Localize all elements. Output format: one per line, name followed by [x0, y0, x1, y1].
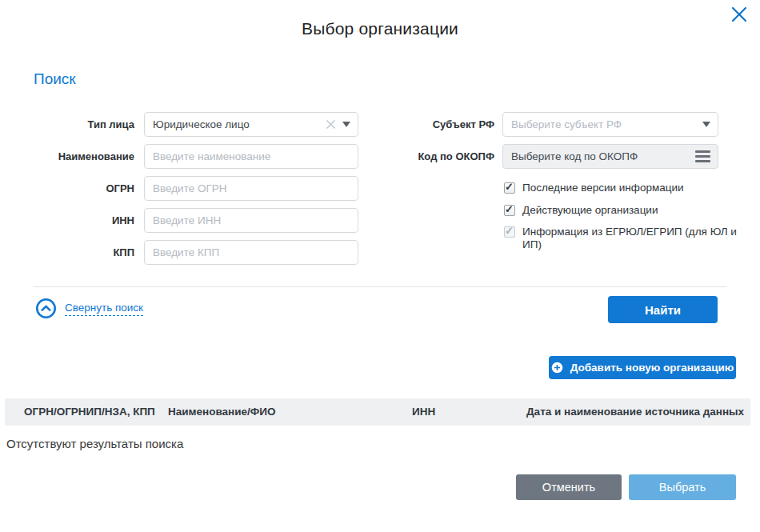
divider [34, 286, 726, 287]
clear-icon[interactable] [325, 118, 337, 130]
okopf-input[interactable] [503, 145, 695, 168]
kpp-label: КПП [6, 240, 134, 265]
add-organization-label: Добавить новую организацию [570, 362, 734, 374]
cancel-button[interactable]: Отменить [516, 474, 622, 500]
organization-select-dialog: Выбор организации Поиск Тип лица Наимено… [0, 0, 760, 532]
results-table-header: ОГРН/ОГРНИП/НЗА, КПП Наименование/ФИО ИН… [5, 398, 750, 426]
checkbox-icon[interactable]: ✓ [504, 205, 515, 216]
column-header-ogrn: ОГРН/ОГРНИП/НЗА, КПП [24, 398, 155, 426]
name-label: Наименование [6, 144, 134, 169]
okopf-select[interactable] [502, 144, 718, 169]
checkbox-latest-versions[interactable]: ✓ Последние версии информации [504, 182, 684, 194]
checkbox-label: Информация из ЕГРЮЛ/ЕГРИП (для ЮЛ и ИП) [522, 226, 750, 251]
ogrn-input[interactable] [144, 176, 358, 201]
select-button[interactable]: Выбрать [629, 474, 736, 500]
column-header-name: Наименование/ФИО [168, 398, 276, 426]
chevron-down-icon[interactable] [702, 122, 710, 127]
inn-input[interactable] [144, 208, 358, 233]
region-input[interactable] [503, 113, 697, 136]
chevron-up-circle-icon [35, 298, 57, 319]
person-type-select[interactable] [144, 112, 358, 137]
column-header-inn: ИНН [412, 398, 435, 426]
checkbox-active-organizations[interactable]: ✓ Действующие организации [504, 204, 658, 217]
add-organization-button[interactable]: Добавить новую организацию [549, 356, 736, 379]
okopf-label: Код по ОКОПФ [344, 144, 494, 169]
close-icon [729, 4, 750, 25]
plus-circle-icon [551, 362, 563, 374]
checkbox-icon: ✓ [504, 226, 515, 238]
page-title: Выбор организации [0, 19, 760, 38]
menu-icon[interactable] [695, 150, 710, 162]
region-label: Субъект РФ [344, 112, 494, 137]
ogrn-label: ОГРН [6, 176, 134, 201]
collapse-search-link[interactable]: Свернуть поиск [35, 298, 143, 319]
person-type-value[interactable] [145, 113, 325, 136]
kpp-field-wrap [144, 240, 358, 265]
region-select[interactable] [502, 112, 718, 137]
checkbox-label: Действующие организации [522, 204, 658, 217]
name-input[interactable] [144, 144, 358, 169]
collapse-search-label[interactable]: Свернуть поиск [65, 302, 143, 316]
checkbox-icon[interactable]: ✓ [504, 182, 515, 194]
kpp-input[interactable] [144, 240, 358, 265]
find-button[interactable]: Найти [608, 296, 718, 323]
column-header-source: Дата и наименование источника данных [526, 398, 744, 426]
search-heading: Поиск [34, 70, 76, 88]
empty-results-message: Отсутствуют результаты поиска [6, 437, 183, 450]
name-field-wrap [144, 144, 358, 169]
checkbox-egrul-info: ✓ Информация из ЕГРЮЛ/ЕГРИП (для ЮЛ и ИП… [504, 226, 750, 251]
person-type-label: Тип лица [6, 112, 134, 137]
inn-label: ИНН [6, 208, 134, 233]
ogrn-field-wrap [144, 176, 358, 201]
close-button[interactable] [729, 4, 750, 27]
checkbox-label: Последние версии информации [522, 182, 684, 194]
inn-field-wrap [144, 208, 358, 233]
